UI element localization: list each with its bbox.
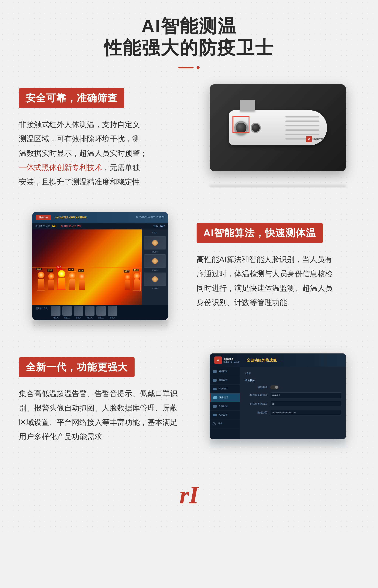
thermal-main-view: 37.1 35.9: [32, 229, 142, 305]
bottom-thumb-2: 陌生人: [62, 306, 72, 319]
section-3-body: 集合高低温超温告警、告警音提示、佩戴口罩识别、报警头像自动抓图、人脸数据库管理、…: [19, 386, 181, 444]
page-header: AI智能测温 性能强大的防疫卫士: [19, 15, 359, 69]
section-2: AI智能算法，快速测体温 高性能AI算法和智能人脸识别，当人员有 序通过时，体温…: [19, 212, 359, 331]
thermal-sidebar: 陌生人 38.5°C 37.1°C: [142, 229, 168, 305]
wendu-icon: [213, 370, 216, 373]
nav-item-face[interactable]: 人脸识别: [210, 402, 240, 411]
sw-system-title: 全自动红外热成像: [246, 358, 277, 363]
msg-push-toggle[interactable]: [270, 385, 279, 389]
server-port-input[interactable]: 80: [270, 401, 341, 407]
nav-item-image[interactable]: 图像设置: [210, 376, 240, 385]
sw-breadcrumb: < 设置: [244, 372, 341, 375]
thermal-system-image: 高德红外 全自动红外热成像测温告警系统 2020-12-03 星期三 13:47…: [32, 212, 168, 320]
section-1-badge: 安全可靠，准确筛查: [19, 88, 124, 108]
thermal-stats-bar: 今日通过人数 148 疑似告警人数 29 环温：24°C: [32, 223, 168, 229]
section-2-image: 高德红外 全自动红外热成像测温告警系统 2020-12-03 星期三 13:47…: [19, 212, 181, 331]
server-address-label: 推送服务器地址: [244, 393, 267, 397]
svg-text:G: G: [217, 359, 219, 362]
thermal-datetime: 2020-12-03 星期三 13:47:52: [136, 216, 164, 219]
section-3-badge: 全新一代，功能更强大: [19, 357, 135, 377]
bottom-logo-mark: rI: [179, 483, 198, 507]
section-3-text: 全新一代，功能更强大 集合高低温超温告警、告警音提示、佩戴口罩识别、报警头像自动…: [19, 353, 181, 444]
push-path-label: 推送路径: [244, 411, 267, 414]
thermal-body: 37.1 35.9: [32, 229, 168, 305]
guide-infrared-icon: G: [216, 358, 220, 362]
sw-logo: G 高德红外 GUIDE INFRARED: [214, 357, 240, 364]
today-count-stat: 今日通过人数 148: [35, 225, 56, 228]
section-1-image: G 高德红外: [197, 84, 359, 181]
toggle-knob: [275, 386, 278, 389]
section-2-body: 高性能AI算法和智能人脸识别，当人员有 序通过时，体温检测与人员身份信息核检 同…: [197, 252, 359, 310]
thumb-3: [144, 273, 166, 286]
bottom-thumb-6: 陌生人: [108, 306, 117, 319]
sidebar-label: 陌生人: [144, 231, 166, 234]
sw-sidebar: 测温设置 图像设置 存储管理: [210, 367, 240, 439]
bottom-thumb-4: 陌生人: [85, 306, 94, 319]
nav-item-help[interactable]: ? 帮助: [210, 419, 240, 428]
form-row-server-address: 推送服务器地址 0.0.0.0: [244, 392, 341, 398]
nav-item-network[interactable]: 网络管理: [210, 393, 240, 402]
thermal-bottom-strip: 实时通过人员 陌生人 陌生人: [32, 305, 168, 320]
section-1-body: 非接触式红外人体测温，支持自定义 测温区域，可有效排除环境干扰，测 温数据实时显…: [19, 117, 181, 189]
sw-body: 测温设置 图像设置 存储管理: [210, 367, 346, 439]
sw-main-content: < 设置 平台接入 消息推送: [240, 367, 346, 439]
decoration-dot: [197, 66, 200, 69]
bottom-thumb-1: 陌生人: [51, 306, 60, 319]
page-wrapper: AI智能测温 性能强大的防疫卫士 安全可靠，准确筛查 非接触式红外人体测温，支持…: [0, 0, 378, 534]
section-3-image: G 高德红外 GUIDE INFRARED 全自动红外热成像 …: [197, 353, 359, 449]
software-header: G 高德红外 GUIDE INFRARED 全自动红外热成像 …: [210, 353, 346, 367]
face-icon: [213, 405, 216, 408]
bottom-logo: rI: [179, 483, 198, 507]
nav-item-wendu[interactable]: 测温设置: [210, 367, 240, 376]
server-port-label: 推送服务器端口: [244, 402, 267, 406]
network-icon: [213, 396, 217, 399]
bottom-section: rI: [19, 471, 359, 515]
alert-count-stat: 疑似告警人数 29: [61, 225, 81, 228]
bottom-thumb-3: 陌生人: [74, 306, 83, 319]
bottom-thumb-5: 陌生人: [96, 306, 106, 319]
section-1: 安全可靠，准确筛查 非接触式红外人体测温，支持自定义 测温区域，可有效排除环境干…: [19, 84, 359, 189]
section-2-badge: AI智能算法，快速测体温: [197, 223, 323, 243]
nav-item-system[interactable]: 系统设置: [210, 411, 240, 419]
temp-display: 环温：24°C: [153, 225, 165, 228]
decoration-line: [178, 67, 193, 68]
section-3: 全新一代，功能更强大 集合高低温超温告警、告警音提示、佩戴口罩识别、报警头像自动…: [19, 353, 359, 449]
push-path-input[interactable]: /is/ims/v1/sendAlarmData: [270, 410, 341, 415]
server-address-input[interactable]: 0.0.0.0: [270, 392, 341, 398]
form-row-server-port: 推送服务器端口 80: [244, 401, 341, 407]
camera-image: G 高德红外: [210, 84, 346, 171]
recent-label: 实时通过人员: [34, 306, 49, 319]
page-title: AI智能测温 性能强大的防疫卫士: [19, 15, 359, 59]
header-decoration: [19, 66, 359, 69]
form-row-toggle: 消息推送: [244, 385, 341, 389]
section-1-text: 安全可靠，准确筛查 非接触式红外人体测温，支持自定义 测温区域，可有效排除环境干…: [19, 84, 181, 189]
thermal-header: 高德红外 全自动红外热成像测温告警系统 2020-12-03 星期三 13:47…: [32, 212, 168, 223]
thumb-2: [144, 254, 166, 268]
main-content: AI智能测温 性能强大的防疫卫士 安全可靠，准确筛查 非接触式红外人体测温，支持…: [0, 0, 378, 534]
image-icon: [213, 379, 216, 382]
thermal-system-title: 全自动红外热成像测温告警系统: [55, 216, 87, 219]
msg-push-label: 消息推送: [244, 386, 267, 389]
sw-logo-icon: G: [214, 357, 222, 364]
thermal-logo: 高德红外: [36, 215, 51, 220]
nav-item-storage[interactable]: 存储管理: [210, 385, 240, 393]
help-icon: ?: [213, 422, 216, 425]
storage-icon: [213, 388, 216, 390]
sw-logo-text: 高德红外 GUIDE INFRARED: [223, 358, 240, 363]
section-2-text: AI智能算法，快速测体温 高性能AI算法和智能人脸识别，当人员有 序通过时，体温…: [197, 212, 359, 310]
thumb-1: [144, 236, 166, 250]
form-row-push-path: 推送路径 /is/ims/v1/sendAlarmData: [244, 410, 341, 415]
software-image: G 高德红外 GUIDE INFRARED 全自动红外热成像 …: [210, 353, 346, 439]
sw-platform-title: 平台接入: [244, 379, 341, 382]
system-icon: [213, 414, 216, 416]
